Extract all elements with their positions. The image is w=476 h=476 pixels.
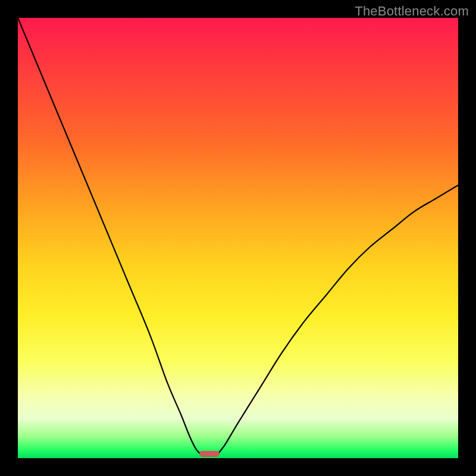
watermark-text: TheBottleneck.com xyxy=(355,4,469,19)
curve-left xyxy=(18,18,203,456)
curve-right xyxy=(216,185,458,456)
optimum-marker xyxy=(199,451,219,457)
curve-layer xyxy=(18,18,458,458)
